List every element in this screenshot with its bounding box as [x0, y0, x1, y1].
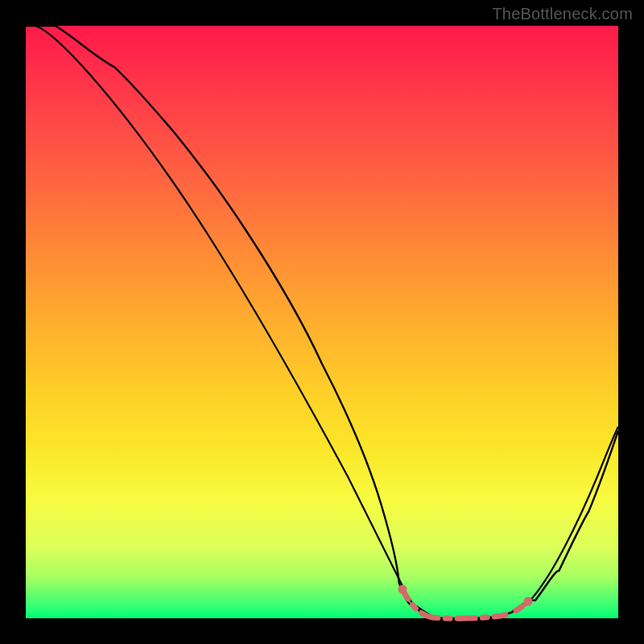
marker-dot-right [524, 597, 533, 606]
chart-frame: TheBottleneck.com [0, 0, 644, 644]
watermark-text: TheBottleneck.com [492, 5, 633, 23]
marker-dot-left [398, 585, 407, 594]
bottleneck-curve-main [35, 26, 618, 618]
bottleneck-curve [26, 26, 618, 618]
plot-area [26, 26, 618, 618]
curve-layer [26, 26, 618, 618]
